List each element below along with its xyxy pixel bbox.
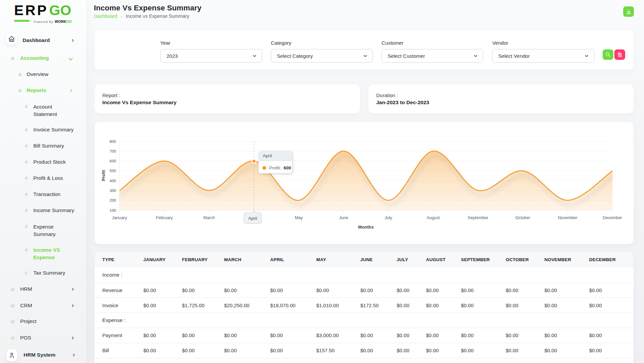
svg-text:June: June <box>339 215 348 220</box>
svg-text:October: October <box>515 215 530 220</box>
svg-text:January: January <box>112 215 127 220</box>
svg-text:May: May <box>295 215 303 220</box>
svg-text:February: February <box>156 215 173 220</box>
svg-text:400: 400 <box>110 179 116 183</box>
svg-text:September: September <box>468 215 488 220</box>
svg-text:200: 200 <box>110 198 116 202</box>
svg-text:August: August <box>427 215 440 220</box>
svg-text:500: 500 <box>110 169 116 173</box>
svg-text:December: December <box>603 215 622 220</box>
svg-text:Profit: Profit <box>101 170 106 181</box>
svg-text:800: 800 <box>110 139 116 144</box>
svg-text:November: November <box>558 215 577 220</box>
svg-text:April: April <box>248 216 257 221</box>
svg-text:600: 600 <box>110 159 116 163</box>
svg-text:Months: Months <box>358 225 374 230</box>
svg-text:700: 700 <box>110 149 116 153</box>
svg-text:March: March <box>203 215 215 220</box>
svg-text:300: 300 <box>110 189 116 193</box>
svg-text:100: 100 <box>110 208 116 212</box>
svg-text:July: July <box>385 215 392 220</box>
